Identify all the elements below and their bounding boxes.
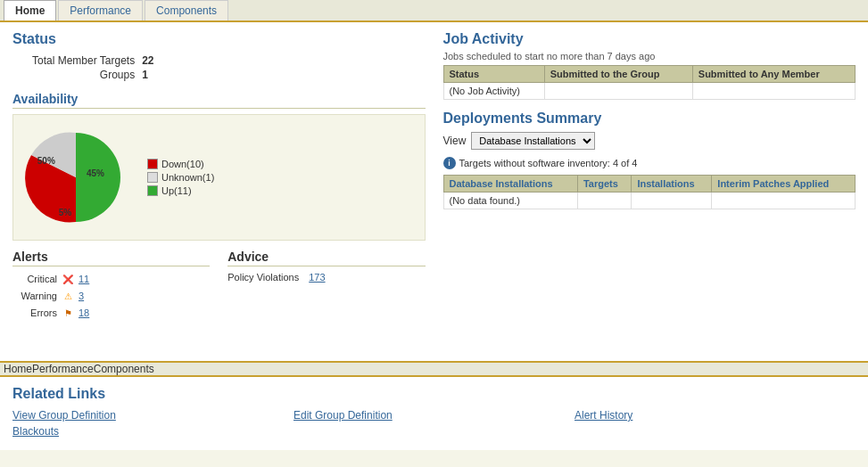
left-column: Status Total Member Targets 22 Groups 1 … [12, 31, 426, 323]
total-member-value: 22 [142, 54, 153, 67]
availability-box: 45% 5% 50% Down(10) Unknown(1) [12, 114, 426, 241]
status-title: Status [12, 31, 426, 47]
edit-group-definition-link[interactable]: Edit Group Definition [293, 409, 393, 422]
inventory-note: i Targets without software inventory: 4 … [443, 157, 856, 169]
critical-icon: ❌ [61, 272, 75, 286]
job-activity-subtitle: Jobs scheduled to start no more than 7 d… [443, 51, 856, 61]
legend-color-unknown [147, 172, 158, 183]
top-navigation: Home Performance Components [0, 0, 868, 22]
link-cell-view-group: View Group Definition [12, 409, 293, 422]
warning-label: Warning [12, 291, 57, 301]
main-content: Status Total Member Targets 22 Groups 1 … [0, 22, 868, 361]
job-activity-table: Status Submitted to the Group Submitted … [443, 65, 856, 100]
alerts-title: Alerts [12, 250, 210, 266]
deploy-no-data-cell4 [712, 193, 856, 209]
links-row-2: Blackouts [12, 425, 856, 438]
inventory-note-text: Targets without software inventory: 4 of… [459, 158, 638, 168]
advice-section: Advice Policy Violations 173 [227, 250, 425, 323]
deploy-col-installations: Installations [632, 176, 712, 193]
alerts-advice-section: Alerts Critical ❌ 11 Warning ⚠ 3 Errors … [12, 250, 426, 323]
policy-violations-count[interactable]: 173 [309, 272, 325, 283]
status-table: Total Member Targets 22 Groups 1 [30, 53, 156, 83]
tab-components[interactable]: Components [145, 0, 228, 20]
alert-row-errors: Errors ⚑ 18 [12, 306, 210, 320]
job-activity-title: Job Activity [443, 31, 856, 47]
deploy-header-row: Database Installations Targets Installat… [443, 176, 856, 193]
availability-title: Availability [12, 92, 426, 109]
legend-label-up: Up(11) [161, 185, 192, 196]
view-group-definition-link[interactable]: View Group Definition [12, 409, 116, 422]
warning-count[interactable]: 3 [79, 291, 84, 301]
job-no-data-cell3 [692, 83, 855, 100]
bottom-navigation: Home Performance Components [0, 361, 868, 377]
job-col-submitted-any: Submitted to Any Member [692, 66, 855, 83]
warning-icon: ⚠ [61, 289, 75, 303]
deploy-no-data-cell2 [577, 193, 631, 209]
policy-violations-row: Policy Violations 173 [227, 272, 425, 283]
deployments-title: Deployments Summary [443, 111, 856, 127]
total-member-label: Total Member Targets [32, 54, 140, 67]
groups-value: 1 [142, 69, 153, 81]
links-row-1: View Group Definition Edit Group Definit… [12, 409, 856, 422]
bottom-tab-home[interactable]: Home [4, 363, 32, 375]
deploy-table: Database Installations Targets Installat… [443, 175, 856, 209]
legend-unknown: Unknown(1) [147, 172, 214, 183]
link-cell-blackouts: Blackouts [12, 425, 856, 438]
view-label: View [443, 135, 467, 147]
pie-label-up: 50% [37, 156, 55, 166]
legend-color-down [147, 159, 158, 169]
job-no-data-cell: (No Job Activity) [443, 83, 544, 100]
info-icon: i [443, 157, 456, 169]
deploy-col-name: Database Installations [443, 176, 577, 193]
related-links-area: Related Links View Group Definition Edit… [0, 377, 868, 450]
legend-label-unknown: Unknown(1) [161, 172, 214, 183]
policy-violations-label: Policy Violations [227, 272, 299, 283]
alert-row-critical: Critical ❌ 11 [12, 272, 210, 286]
tab-performance[interactable]: Performance [58, 0, 143, 20]
pie-legend: Down(10) Unknown(1) Up(11) [147, 159, 214, 196]
job-no-data-row: (No Job Activity) [443, 83, 856, 100]
link-cell-alert-history: Alert History [575, 409, 856, 422]
view-row: View Database Installations [443, 132, 856, 150]
pie-label-unknown: 5% [59, 208, 71, 217]
legend-label-down: Down(10) [161, 159, 204, 169]
link-cell-edit-group: Edit Group Definition [293, 409, 575, 422]
legend-up: Up(11) [147, 185, 214, 196]
bottom-tab-components[interactable]: Components [94, 363, 154, 375]
error-icon: ⚑ [61, 306, 75, 320]
legend-down: Down(10) [147, 159, 214, 169]
pie-label-down: 45% [87, 168, 104, 178]
errors-count[interactable]: 18 [79, 307, 89, 318]
advice-title: Advice [227, 250, 425, 266]
deploy-no-data-cell3 [632, 193, 712, 209]
right-column: Job Activity Jobs scheduled to start no … [443, 31, 856, 323]
job-no-data-cell2 [544, 83, 692, 100]
errors-label: Errors [12, 307, 57, 318]
job-col-status: Status [443, 66, 544, 83]
alert-history-link[interactable]: Alert History [575, 409, 632, 422]
groups-label: Groups [32, 69, 140, 81]
alerts-section: Alerts Critical ❌ 11 Warning ⚠ 3 Errors … [12, 250, 210, 323]
related-links-title: Related Links [12, 386, 856, 402]
blackouts-link[interactable]: Blackouts [12, 425, 59, 438]
pie-chart: 45% 5% 50% [22, 124, 129, 231]
deploy-col-targets: Targets [577, 176, 631, 193]
deploy-col-patches: Interim Patches Applied [712, 176, 856, 193]
critical-count[interactable]: 11 [79, 274, 89, 284]
alert-row-warning: Warning ⚠ 3 [12, 289, 210, 303]
bottom-tab-performance[interactable]: Performance [32, 363, 94, 375]
view-select[interactable]: Database Installations [471, 132, 595, 150]
job-col-submitted-group: Submitted to the Group [544, 66, 692, 83]
deploy-no-data-row: (No data found.) [443, 193, 856, 209]
critical-label: Critical [12, 274, 57, 284]
tab-home[interactable]: Home [4, 0, 56, 20]
deploy-no-data-cell: (No data found.) [443, 193, 577, 209]
legend-color-up [147, 185, 158, 196]
